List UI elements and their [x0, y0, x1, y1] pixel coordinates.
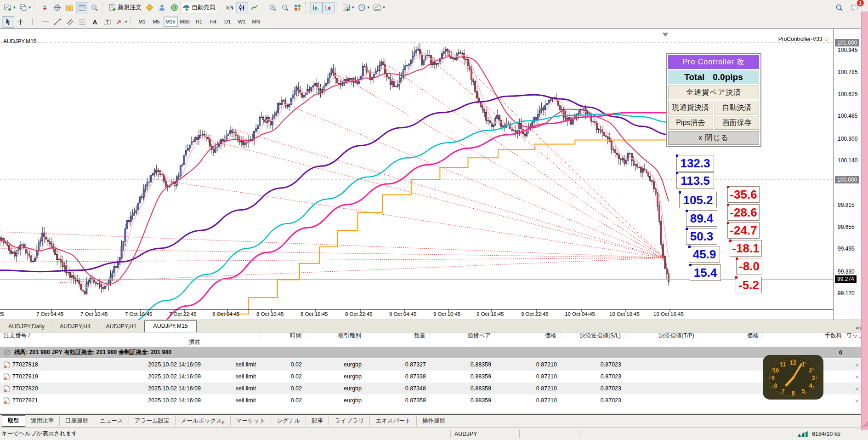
pips-label-red[interactable]: -18.1 — [730, 240, 762, 257]
timeframe-button-m1[interactable]: M1 — [135, 17, 149, 27]
pips-label-red[interactable]: -5.2 — [736, 277, 762, 293]
pips-label-blue[interactable]: 113.5 — [676, 172, 714, 189]
terminal-tab-アラーム設定[interactable]: アラーム設定 — [129, 416, 176, 426]
pips-label-red[interactable]: -35.6 — [727, 186, 760, 203]
navigator-button[interactable]: ★ — [63, 2, 76, 13]
pips-label-blue[interactable]: 45.9 — [689, 246, 720, 263]
panel-close-button[interactable]: x 閉じる — [668, 131, 759, 145]
metaeditor-button[interactable] — [143, 2, 156, 13]
fibo-tool-button[interactable] — [76, 16, 89, 28]
column-header[interactable]: 通貨ペア — [430, 332, 495, 339]
pips-label-blue[interactable]: 89.4 — [686, 210, 717, 227]
search-button[interactable] — [833, 2, 845, 13]
pips-label-blue[interactable]: 105.2 — [679, 192, 717, 208]
auto-trading-button[interactable]: 自動売買 — [181, 2, 217, 13]
community-button[interactable] — [156, 2, 168, 13]
hline-tool-button[interactable] — [39, 16, 51, 28]
terminal-tab-マーケット[interactable]: マーケット — [231, 416, 272, 426]
timeframe-button-h4[interactable]: H4 — [206, 17, 221, 27]
column-header[interactable]: 決済逆指値(S/L) — [561, 332, 625, 339]
line-chart-button[interactable] — [248, 2, 261, 13]
timeframe-button-h1[interactable]: H1 — [192, 17, 206, 27]
crosshair-tool-button[interactable] — [14, 16, 27, 28]
chart-tab-audjpym15[interactable]: AUDJPY,M15 — [144, 320, 197, 332]
terminal-tab-ニュース[interactable]: ニュース — [94, 416, 129, 426]
chat-button[interactable]: 1 — [848, 2, 861, 13]
column-header[interactable]: 時間 — [260, 332, 306, 339]
timeframe-button-d1[interactable]: D1 — [221, 17, 235, 27]
terminal-tab-操作履歴[interactable]: 操作履歴 — [417, 416, 451, 426]
column-header[interactable]: 数量 — [365, 332, 430, 339]
terminal-tab-エキスパート[interactable]: エキスパート — [370, 416, 416, 426]
tab-scroll-left-icon[interactable]: ◀ — [855, 326, 858, 330]
price-axis[interactable]: 101.000100.945100.785100.625100.465100.3… — [833, 29, 861, 320]
screen-save-button[interactable]: 画面保存 — [715, 116, 760, 130]
column-header[interactable]: 価格 — [698, 332, 763, 339]
tile-windows-button[interactable] — [291, 2, 304, 13]
terminal-tab-記事[interactable]: 記事 — [306, 416, 329, 426]
terminal-tab-メールボックス[interactable]: メールボックス6 — [176, 416, 231, 427]
terminal-tab-運用比率[interactable]: 運用比率 — [25, 416, 60, 426]
close-all-pairs-button[interactable]: 全通貨ペア決済 — [668, 86, 759, 99]
order-row[interactable]: 770278192025.10.02 14:16:09sell limit0.0… — [0, 371, 868, 383]
bar-chart-button[interactable] — [223, 2, 236, 13]
new-order-button[interactable]: 新規注文 — [107, 2, 143, 13]
chart-shift-marker[interactable] — [662, 33, 669, 37]
arrows-tool-button[interactable]: ▾ — [113, 16, 129, 28]
text-tool-button[interactable]: A — [89, 16, 101, 28]
terminal-button[interactable] — [76, 2, 88, 13]
order-row[interactable]: 770278182025.10.02 14:16:09sell limit0.0… — [0, 359, 868, 371]
chart-shift-button[interactable] — [322, 2, 335, 13]
chevron-down-icon[interactable]: ▾ — [13, 5, 16, 10]
pips-label-red[interactable]: -8.0 — [736, 258, 762, 274]
pips-label-red[interactable]: -24.7 — [727, 222, 760, 239]
candle-chart-button[interactable] — [236, 2, 248, 13]
chevron-down-icon[interactable]: ▾ — [125, 19, 127, 24]
panel-title[interactable]: Pro Controller 改 — [668, 55, 759, 69]
pips-label-blue[interactable]: 132.3 — [676, 155, 714, 171]
pips-label-blue[interactable]: 15.4 — [690, 264, 721, 281]
chevron-down-icon[interactable]: ▾ — [383, 5, 385, 10]
new-chart-button[interactable]: ▾ — [2, 2, 17, 13]
column-header[interactable]: 価格 — [495, 332, 561, 339]
data-window-button[interactable] — [51, 2, 63, 13]
terminal-tab-口座履歴[interactable]: 口座履歴 — [60, 416, 94, 426]
terminal-tab-シグナル[interactable]: シグナル — [271, 416, 306, 426]
chart-tab-audjpyh1[interactable]: AUDJPY,H1 — [98, 321, 144, 332]
close-current-pair-button[interactable]: 現通貨決済 — [668, 101, 713, 114]
column-header[interactable]: 損益 — [0, 339, 204, 346]
order-row[interactable]: 770278212025.10.02 14:16:09sell limit0.0… — [0, 394, 868, 406]
timeframe-button-m30[interactable]: M30 — [178, 17, 192, 27]
pips-clear-button[interactable]: Pips消去 — [668, 116, 713, 130]
pips-label-red[interactable]: -28.6 — [727, 204, 760, 221]
column-header[interactable]: 手数料 — [763, 332, 846, 339]
chevron-down-icon[interactable]: ▾ — [352, 5, 354, 10]
zoom-out-button[interactable] — [279, 2, 291, 13]
chevron-down-icon[interactable]: ▾ — [29, 5, 31, 10]
pips-label-blue[interactable]: 50.3 — [686, 228, 717, 245]
chevron-down-icon[interactable]: ▾ — [368, 5, 370, 10]
market-watch-button[interactable] — [39, 2, 51, 13]
order-row[interactable]: 770278202025.10.02 14:16:09sell limit0.0… — [0, 383, 868, 394]
time-axis[interactable]: Oct 20257 Oct 04:457 Oct 10:457 Oct 16:4… — [0, 311, 833, 319]
cursor-tool-button[interactable] — [2, 16, 14, 28]
column-header[interactable]: 注文番号 / — [0, 332, 260, 339]
periods-button[interactable]: ▾ — [356, 2, 372, 13]
chart-tab-audjpyh4[interactable]: AUDJPY,H4 — [52, 321, 98, 332]
label-tool-button[interactable]: T — [101, 16, 113, 28]
resize-grip-icon[interactable] — [862, 420, 868, 428]
timeframe-button-mn[interactable]: MN — [249, 17, 263, 27]
mql5-button[interactable] — [168, 2, 181, 13]
profiles-button[interactable]: ▾ — [17, 2, 33, 13]
timeframe-button-m15[interactable]: M15 — [164, 17, 178, 27]
indicators-button[interactable]: ▾ — [340, 2, 356, 13]
terminal-tab-ライブラリ[interactable]: ライブラリ — [329, 416, 370, 426]
chart-tab-audjpydaily[interactable]: AUDJPY,Daily — [1, 321, 52, 332]
zoom-in-button[interactable] — [267, 2, 279, 13]
trendline-tool-button[interactable] — [51, 16, 64, 28]
timeframe-button-m5[interactable]: M5 — [149, 17, 164, 27]
timeframe-button-w1[interactable]: W1 — [235, 17, 249, 27]
vline-tool-button[interactable] — [27, 16, 39, 28]
column-header[interactable]: 決済指値(T/P) — [625, 332, 698, 339]
templates-button[interactable]: ▾ — [371, 2, 387, 13]
